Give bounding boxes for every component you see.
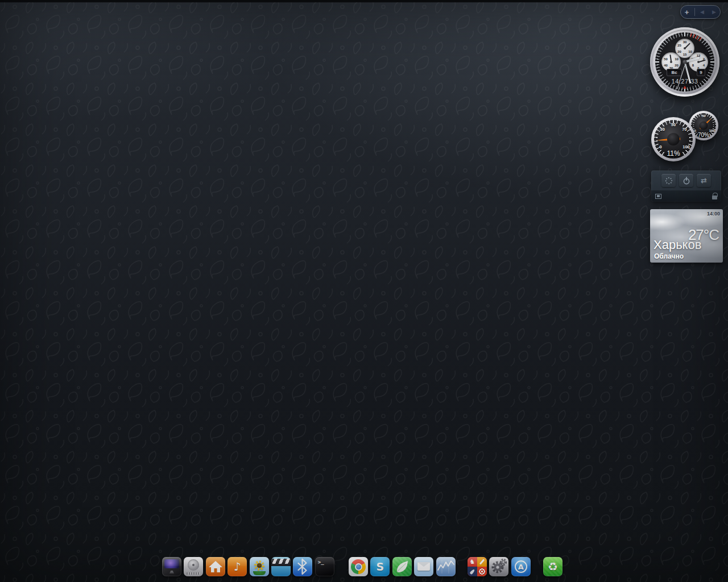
dock-item-music[interactable]: ♪ — [228, 557, 247, 576]
stocks-chart-icon — [436, 557, 456, 576]
dock-item-terminal[interactable]: >_ — [315, 557, 334, 576]
subdial-number: 50 — [664, 57, 668, 61]
switch-user-icon: ⇄ — [701, 176, 707, 185]
dock-group-utilities: ♞ A — [468, 557, 531, 576]
dock-item-photos[interactable] — [250, 557, 269, 576]
lock-icon[interactable] — [712, 196, 717, 199]
power-icon — [682, 177, 690, 185]
dock-item-stocks[interactable] — [436, 557, 456, 576]
baseball-bat-icon — [479, 559, 485, 564]
weather-widget[interactable]: 14:00 27°C Харьков Облачно — [650, 209, 723, 263]
dock-item-games[interactable]: ♞ — [468, 557, 487, 576]
appstore-a-icon: A — [511, 557, 531, 576]
subdial-hub — [697, 61, 700, 63]
top-panel-collapsed[interactable] — [0, 0, 728, 2]
shutdown-button[interactable] — [679, 174, 693, 187]
subdial-number: 20 — [677, 50, 681, 53]
subdial-number: 25 — [677, 44, 681, 47]
rocket-icon — [469, 568, 475, 575]
dock-item-chrome[interactable] — [349, 557, 368, 576]
chess-knight-icon: ♞ — [470, 559, 475, 565]
screen-vignette — [0, 0, 728, 582]
gauge-tick-label: 70 — [682, 127, 686, 132]
gauge-hub — [700, 122, 708, 130]
gauge-tick-label: 0 — [659, 144, 661, 149]
dock-item-harddrive[interactable] — [184, 557, 203, 576]
analog-clock-widget[interactable]: 30 10 15 20 25 10 20 30 40 50 12 2 4 6 8… — [650, 27, 719, 97]
wallpaper-damask-pattern — [0, 0, 728, 582]
gauge-tick-label: 100 — [682, 144, 690, 149]
subdial-number: 10 — [688, 50, 692, 53]
weather-condition: Облачно — [654, 252, 684, 260]
dock-item-recycle-bin[interactable]: ♻ — [543, 557, 562, 576]
sleep-button[interactable] — [661, 174, 676, 187]
screen-icon[interactable] — [655, 194, 661, 199]
add-activity-button[interactable]: + — [682, 9, 692, 16]
day-of-week-window: Вс — [667, 69, 682, 76]
switch-user-button[interactable]: ⇄ — [697, 174, 711, 187]
dock-item-bluetooth[interactable] — [293, 557, 312, 576]
recycle-icon: ♻ — [543, 557, 562, 576]
subdial-number: 20 — [675, 64, 679, 67]
imac-icon — [164, 559, 179, 568]
dock-item-mail[interactable] — [414, 557, 433, 576]
subdial-hub — [684, 47, 686, 49]
gauge-value: 11% — [651, 149, 696, 157]
harddrive-icon — [188, 559, 199, 571]
subdial-number: 4 — [703, 64, 705, 67]
clapperboard-icon — [271, 559, 291, 564]
dock-item-settings[interactable] — [489, 557, 508, 576]
gauge-tick-label: 50 — [671, 122, 676, 127]
subdial-number: 30 — [683, 40, 687, 44]
dock-item-skype[interactable]: S — [370, 557, 390, 576]
dart-target-icon — [478, 568, 486, 575]
subdial-number: 10 — [675, 57, 679, 61]
desktop-pager: + ◀ ▶ — [680, 5, 721, 19]
spinner-icon — [665, 177, 672, 184]
bluetooth-icon — [293, 557, 312, 576]
dock-group-system: ♪ >_ — [162, 557, 334, 576]
skype-icon: S — [370, 557, 390, 576]
subdial-number: 15 — [683, 53, 687, 56]
gauge-tick-label: 30 — [660, 127, 665, 132]
music-note-icon: ♪ — [228, 557, 247, 576]
pager-divider — [694, 8, 695, 16]
digital-time: 14:27:33 — [650, 78, 719, 85]
subdial-hub — [670, 61, 672, 63]
clock-hub — [683, 60, 687, 64]
gear-icon — [489, 557, 508, 576]
dock-group-internet: S — [349, 557, 456, 576]
weather-time: 14:00 — [707, 211, 720, 217]
session-buttons-row: ⇄ — [651, 171, 721, 190]
dock-item-appstore[interactable]: A — [511, 557, 531, 576]
next-desktop-button[interactable]: ▶ — [710, 10, 719, 15]
session-panel-widget: ⇄ — [651, 171, 721, 202]
subdial-number: 8 — [692, 64, 694, 67]
date-window: 9 — [697, 69, 705, 76]
six-oclock-marker — [683, 86, 686, 89]
gauge-tick-label: 50 — [702, 114, 706, 118]
gauge-hub — [667, 133, 680, 146]
dock-item-home[interactable] — [206, 557, 225, 576]
dock-item-computer[interactable] — [162, 557, 181, 576]
cpu-gauge-widget[interactable]: 0 30 50 70 100 11% — [651, 117, 696, 161]
terminal-prompt-icon: >_ — [318, 559, 324, 565]
dock-item-video[interactable] — [271, 557, 291, 576]
dock-item-leaf[interactable] — [392, 557, 412, 576]
home-icon — [206, 557, 225, 576]
prev-desktop-button[interactable]: ◀ — [698, 10, 707, 15]
subdial-number: 40 — [664, 64, 668, 67]
session-status-row — [651, 190, 721, 202]
dock-group-trash: ♻ — [543, 557, 562, 576]
weather-city: Харьков — [653, 238, 701, 252]
leaf-icon — [392, 557, 412, 576]
